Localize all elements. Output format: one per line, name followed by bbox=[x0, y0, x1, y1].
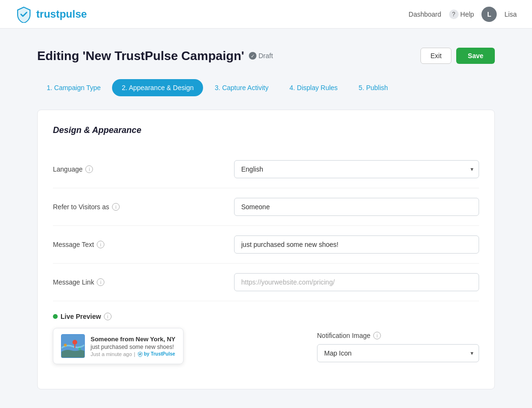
user-name[interactable]: Lisa bbox=[504, 10, 517, 18]
main-content: Editing 'New TrustPulse Campaign' Draft … bbox=[28, 29, 504, 408]
header-actions: Exit Save bbox=[420, 48, 495, 64]
live-preview-section: Live Preview i bbox=[53, 313, 306, 364]
message-text-label: Message Text i bbox=[53, 241, 234, 248]
language-row: Language i English Spanish French German… bbox=[53, 151, 479, 188]
message-link-row: Message Link i bbox=[53, 264, 479, 301]
language-select[interactable]: English Spanish French German Portuguese bbox=[234, 160, 479, 178]
refer-visitors-input[interactable] bbox=[234, 198, 479, 216]
message-text-input[interactable] bbox=[234, 235, 479, 254]
notification-image-label: Notification Image i bbox=[317, 332, 498, 339]
tab-appearance-design[interactable]: 2. Appearance & Design bbox=[112, 79, 203, 96]
live-preview-label: Live Preview bbox=[61, 313, 101, 320]
draft-badge: Draft bbox=[249, 52, 273, 60]
tab-publish[interactable]: 5. Publish bbox=[349, 79, 397, 96]
help-icon: ? bbox=[449, 10, 459, 19]
logo-icon bbox=[15, 6, 32, 23]
page-title-text: Editing 'New TrustPulse Campaign' bbox=[37, 49, 244, 63]
help-label: Help bbox=[460, 10, 474, 18]
refer-visitors-info-icon[interactable]: i bbox=[112, 203, 120, 211]
exit-button[interactable]: Exit bbox=[420, 48, 451, 64]
message-link-input[interactable] bbox=[234, 273, 479, 291]
save-button[interactable]: Save bbox=[456, 48, 495, 64]
toast-map-icon bbox=[61, 334, 85, 358]
toast-message-text: just purchased some new shoes! bbox=[91, 344, 175, 350]
toast-preview: Someone from New York, NY just purchased… bbox=[53, 328, 184, 364]
language-info-icon[interactable]: i bbox=[85, 165, 93, 173]
refer-visitors-row: Refer to Visitors as i bbox=[53, 188, 479, 226]
language-control: English Spanish French German Portuguese… bbox=[234, 160, 479, 178]
tab-display-rules[interactable]: 4. Display Rules bbox=[280, 79, 347, 96]
notification-image-select-wrapper: Map Icon Custom Image No Image ▾ bbox=[317, 344, 479, 362]
svg-point-1 bbox=[72, 340, 77, 345]
refer-visitors-label: Refer to Visitors as i bbox=[53, 203, 234, 211]
message-link-info-icon[interactable]: i bbox=[97, 278, 104, 286]
refer-visitors-control bbox=[234, 198, 479, 216]
message-link-label: Message Link i bbox=[53, 278, 234, 286]
tab-capture-activity[interactable]: 3. Capture Activity bbox=[205, 79, 278, 96]
svg-point-3 bbox=[79, 348, 81, 350]
dashboard-link[interactable]: Dashboard bbox=[409, 10, 441, 18]
message-link-control bbox=[234, 273, 479, 291]
help-button[interactable]: ? Help bbox=[449, 10, 474, 19]
message-text-row: Message Text i bbox=[53, 226, 479, 264]
toast-person: Someone from New York, NY bbox=[91, 336, 175, 343]
header: trustpulse Dashboard ? Help L Lisa bbox=[0, 0, 532, 29]
design-card: Design & Appearance Language i English S… bbox=[37, 110, 495, 389]
logo[interactable]: trustpulse bbox=[15, 6, 87, 23]
notification-image-info-icon[interactable]: i bbox=[373, 332, 381, 339]
message-text-control bbox=[234, 235, 479, 254]
toast-content: Someone from New York, NY just purchased… bbox=[91, 336, 175, 357]
live-dot-icon bbox=[53, 314, 58, 319]
card-title: Design & Appearance bbox=[53, 125, 479, 135]
message-text-info-icon[interactable]: i bbox=[97, 241, 104, 248]
draft-icon bbox=[249, 52, 256, 60]
live-preview-info-icon[interactable]: i bbox=[104, 313, 112, 320]
language-label: Language i bbox=[53, 165, 234, 173]
notification-image-select[interactable]: Map Icon Custom Image No Image bbox=[317, 344, 479, 362]
language-select-wrapper: English Spanish French German Portuguese… bbox=[234, 160, 479, 178]
draft-label: Draft bbox=[258, 52, 273, 60]
header-right: Dashboard ? Help L Lisa bbox=[409, 7, 517, 22]
page-title: Editing 'New TrustPulse Campaign' Draft bbox=[37, 49, 273, 63]
tabs-nav: 1. Campaign Type 2. Appearance & Design … bbox=[37, 79, 495, 96]
tab-campaign-type[interactable]: 1. Campaign Type bbox=[37, 79, 110, 96]
svg-point-2 bbox=[64, 344, 67, 347]
bottom-section: Live Preview i bbox=[53, 301, 479, 374]
page-header: Editing 'New TrustPulse Campaign' Draft … bbox=[37, 48, 495, 64]
live-preview-header: Live Preview i bbox=[53, 313, 306, 320]
notification-image-section: Notification Image i Map Icon Custom Ima… bbox=[317, 313, 479, 362]
logo-label: trustpulse bbox=[36, 8, 87, 20]
avatar[interactable]: L bbox=[481, 7, 497, 22]
trustpulse-attribution: by TrustPulse bbox=[137, 351, 175, 357]
toast-time: Just a minute ago | by TrustPulse bbox=[91, 351, 175, 357]
